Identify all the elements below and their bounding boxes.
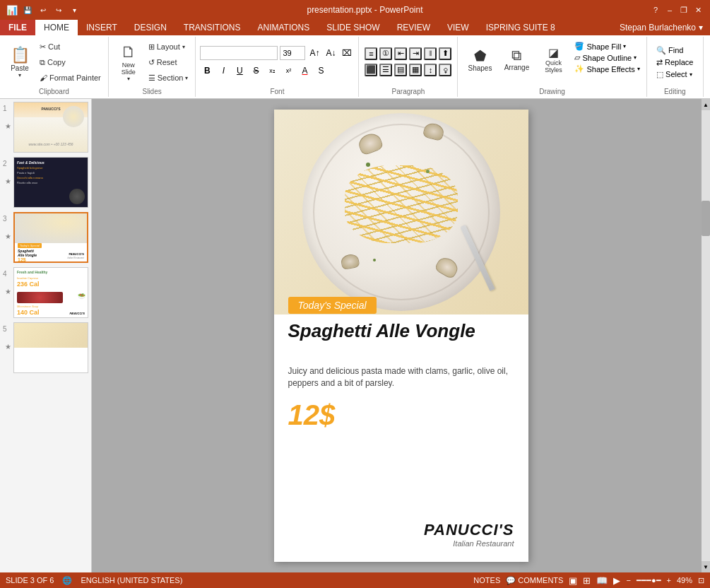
align-right-button[interactable]: ▤ [394, 64, 407, 76]
tab-design[interactable]: DESIGN [126, 20, 175, 35]
new-slide-button[interactable]: 🗋 New Slide ▾ [113, 41, 144, 83]
align-center-button[interactable]: ☰ [379, 64, 392, 76]
tab-transitions[interactable]: TRANSITIONS [175, 20, 249, 35]
editing-label: Editing [664, 86, 686, 95]
strikethrough-button[interactable]: S [249, 64, 263, 78]
font-name-input[interactable] [200, 46, 278, 60]
subscript-button[interactable]: x₂ [265, 64, 279, 78]
restore-button[interactable]: ❐ [678, 4, 690, 16]
tab-ispring[interactable]: ISPRING SUITE 8 [478, 20, 564, 35]
fit-slide-button[interactable]: ⊡ [698, 576, 704, 585]
slide-img-4[interactable]: Fresh and Healthy Insalate Caprese 236 C… [13, 267, 88, 318]
numbering-button[interactable]: ① [379, 47, 392, 60]
slide-img-2[interactable]: Fast & Delicious Spaghetti bolognese Pas… [13, 157, 88, 208]
slide-thumb-2[interactable]: 2 ★ Fast & Delicious Spaghetti bolognese… [3, 157, 88, 208]
zoom-in-button[interactable]: + [667, 576, 671, 584]
notes-button[interactable]: NOTES [473, 576, 500, 584]
text-shadow-button[interactable]: S [314, 64, 328, 78]
shapes-button[interactable]: ⬟ Shapes [462, 38, 497, 81]
herb-3 [373, 259, 376, 261]
scroll-track[interactable] [702, 110, 710, 561]
editing-group: 🔍 Find ⇄ Replace ⬚ Select ▾ Editing [647, 37, 704, 97]
font-size-input[interactable] [280, 46, 305, 60]
convert-smartart-button[interactable]: ⧬ [439, 64, 451, 76]
col-button[interactable]: ⫴ [424, 47, 437, 60]
reset-button[interactable]: ↺ Reset [146, 55, 191, 69]
scroll-thumb[interactable] [702, 201, 710, 236]
justify-button[interactable]: ▦ [409, 64, 422, 76]
section-button[interactable]: ☰ Section ▾ [146, 71, 191, 85]
normal-view-button[interactable]: ▣ [569, 575, 577, 586]
decrease-font-button[interactable]: A↓ [324, 46, 338, 60]
slideshow-button[interactable]: ▶ [613, 575, 620, 586]
tab-home[interactable]: HOME [35, 20, 78, 35]
user-chevron-icon[interactable]: ▾ [699, 23, 703, 33]
layout-button[interactable]: ⊞ Layout ▾ [146, 40, 191, 54]
redo-icon[interactable]: ↪ [52, 4, 65, 16]
find-button[interactable]: 🔍 Find [653, 45, 696, 56]
tab-slide-show[interactable]: SLIDE SHOW [318, 20, 388, 35]
slide-logo-name: PANUCCI'S [424, 521, 514, 539]
slide-thumb-1[interactable]: 1 ★ PANUCCI'S www.site.com • +00 123 456 [3, 102, 88, 153]
slide-thumb-4[interactable]: 4 ★ Fresh and Healthy Insalate Caprese 2… [3, 267, 88, 318]
tab-view[interactable]: VIEW [439, 20, 478, 35]
status-right: NOTES 💬 COMMENTS ▣ ⊞ 📖 ▶ − ━━━●━ + 49% ⊡ [473, 575, 704, 586]
superscript-button[interactable]: x² [281, 64, 295, 78]
bold-button[interactable]: B [200, 64, 214, 78]
increase-font-button[interactable]: A↑ [307, 46, 321, 60]
minimize-button[interactable]: – [663, 4, 676, 16]
bullets-button[interactable]: ≡ [365, 47, 377, 60]
close-button[interactable]: ✕ [692, 4, 704, 16]
slide-sorter-button[interactable]: ⊞ [583, 575, 591, 586]
slide-num-3: 3 [3, 215, 11, 223]
thumb3-content: Today's Special SpaghettiAlle Vongle 12$… [15, 213, 87, 261]
cut-button[interactable]: ✂ Cut [37, 40, 104, 54]
text-direction-button[interactable]: ⬆ [439, 47, 451, 60]
shape-outline-button[interactable]: ▱ Shape Outline ▾ [572, 52, 641, 63]
shape-fill-button[interactable]: 🪣 Shape Fill ▾ [572, 41, 641, 52]
paste-button[interactable]: 📋 Paste ▾ [4, 41, 35, 83]
align-left-button[interactable]: ⬛ [365, 64, 377, 76]
help-button[interactable]: ? [649, 4, 662, 16]
tab-file[interactable]: FILE [0, 20, 35, 35]
replace-button[interactable]: ⇄ Replace [653, 57, 696, 68]
decrease-indent-button[interactable]: ⇤ [394, 47, 407, 60]
tab-insert[interactable]: INSERT [78, 20, 126, 35]
scroll-up-button[interactable]: ▲ [702, 99, 710, 110]
customize-icon[interactable]: ▾ [68, 4, 81, 16]
save-icon[interactable]: 💾 [21, 4, 34, 16]
slide-img-3[interactable]: Today's Special SpaghettiAlle Vongle 12$… [13, 212, 88, 263]
zoom-slider[interactable]: ━━━●━ [637, 576, 661, 585]
scroll-down-button[interactable]: ▼ [702, 561, 710, 572]
increase-indent-button[interactable]: ⇥ [409, 47, 422, 60]
slide-panel[interactable]: 1 ★ PANUCCI'S www.site.com • +00 123 456… [0, 99, 92, 572]
slide-thumb-3[interactable]: 3 ★ Today's Special SpaghettiAlle Vongle… [3, 212, 88, 263]
slide-description[interactable]: Juicy and delicious pasta made with clam… [288, 365, 514, 389]
undo-icon[interactable]: ↩ [37, 4, 49, 16]
italic-button[interactable]: I [216, 64, 230, 78]
underline-button[interactable]: U [232, 64, 247, 78]
quick-access-toolbar: 📊 💾 ↩ ↪ ▾ [6, 4, 81, 16]
slide-title[interactable]: Spaghetti Alle Vongle [288, 320, 514, 342]
vertical-scrollbar[interactable]: ▲ ▼ [702, 99, 710, 572]
comments-button[interactable]: 💬 COMMENTS [506, 576, 563, 585]
font-color-button[interactable]: A [297, 64, 312, 78]
shape-effects-button[interactable]: ✨ Shape Effects ▾ [572, 64, 641, 74]
slide-img-1[interactable]: PANUCCI'S www.site.com • +00 123 456 [13, 102, 88, 153]
select-button[interactable]: ⬚ Select ▾ [653, 69, 696, 80]
tab-review[interactable]: REVIEW [389, 20, 439, 35]
slide-price[interactable]: 12$ [288, 399, 336, 431]
copy-button[interactable]: ⧉ Copy [37, 55, 104, 69]
ppt-icon[interactable]: 📊 [6, 4, 18, 16]
clear-format-button[interactable]: ⌧ [340, 46, 354, 60]
thumb3-special: Today's Special [18, 243, 42, 248]
slide-thumb-5[interactable]: 5 ★ [3, 322, 88, 373]
tab-animations[interactable]: ANIMATIONS [249, 20, 318, 35]
reading-view-button[interactable]: 📖 [596, 575, 608, 586]
arrange-button[interactable]: ⧉ Arrange [499, 38, 534, 81]
line-spacing-button[interactable]: ↕ [424, 64, 437, 76]
format-painter-button[interactable]: 🖌 Format Painter [37, 71, 104, 85]
slide-img-5[interactable] [13, 322, 88, 373]
quick-styles-button[interactable]: ◪ Quick Styles [536, 38, 571, 81]
zoom-out-button[interactable]: − [626, 576, 630, 584]
